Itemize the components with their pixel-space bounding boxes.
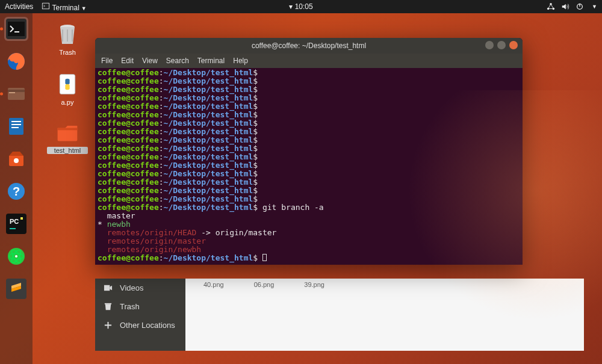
terminal-window: coffee@coffee: ~/Desktop/test_html File …	[95, 38, 523, 265]
video-icon	[104, 283, 113, 292]
svg-text:PC: PC	[10, 218, 19, 225]
folder-icon	[54, 119, 81, 146]
menu-help[interactable]: Help	[233, 57, 248, 65]
svg-rect-13	[9, 92, 15, 93]
desktop-test-html[interactable]: test_html	[47, 119, 88, 154]
dock-sublime[interactable]	[4, 277, 28, 301]
menu-file[interactable]: File	[101, 57, 113, 65]
menu-search[interactable]: Search	[166, 57, 189, 65]
sidebar-item-videos[interactable]: Videos	[95, 279, 185, 297]
file-label[interactable]: 39.png	[304, 281, 324, 288]
window-titlebar[interactable]: coffee@coffee: ~/Desktop/test_html	[95, 38, 523, 54]
dock-terminal[interactable]	[4, 17, 28, 41]
window-close-button[interactable]	[509, 41, 518, 49]
svg-rect-24	[20, 217, 23, 220]
sidebar-item-trash[interactable]: Trash	[95, 297, 185, 316]
terminal-icon	[42, 2, 50, 10]
file-label[interactable]: 40.png	[203, 281, 224, 288]
power-icon[interactable]	[576, 2, 584, 11]
svg-point-18	[14, 158, 19, 163]
svg-rect-34	[104, 285, 110, 291]
dock-software[interactable]	[4, 147, 28, 171]
window-maximize-button[interactable]	[497, 41, 506, 49]
desktop-trash[interactable]: Trash	[47, 21, 88, 56]
terminal-body[interactable]: coffee@coffee:~/Desktop/test_html$ coffe…	[95, 68, 523, 265]
desktop-icon-label: a.py	[47, 99, 88, 106]
trash-icon	[54, 21, 81, 48]
clock[interactable]: ▾ 10:05	[289, 2, 312, 11]
dock-writer[interactable]	[4, 114, 28, 138]
sidebar-item-label: Other Locations	[120, 321, 175, 330]
svg-text:?: ?	[13, 185, 20, 198]
network-icon[interactable]	[547, 2, 555, 11]
file-label[interactable]: 06.png	[254, 281, 275, 288]
dock-atom[interactable]	[4, 244, 28, 268]
plus-icon	[104, 321, 113, 330]
terminal-menubar: File Edit View Search Terminal Help	[95, 54, 523, 68]
sidebar-item-label: Videos	[120, 283, 144, 292]
desktop-icon-label: test_html	[47, 147, 88, 154]
dock: ? PC	[0, 13, 33, 364]
top-bar: Activities Terminal▼ ▾ 10:05 ▼	[0, 0, 602, 13]
svg-rect-16	[11, 124, 21, 125]
sidebar-item-other[interactable]: Other Locations	[95, 316, 185, 335]
svg-rect-15	[11, 121, 21, 122]
files-sidebar: Videos Trash Other Locations	[95, 279, 185, 351]
menu-view[interactable]: View	[142, 57, 158, 65]
volume-icon[interactable]	[561, 2, 569, 11]
sidebar-item-label: Trash	[120, 302, 140, 311]
svg-point-29	[15, 255, 17, 258]
chevron-down-icon: ▼	[592, 4, 597, 10]
svg-rect-33	[58, 128, 78, 131]
dock-pycharm[interactable]: PC	[4, 212, 28, 236]
app-menu[interactable]: Terminal▼	[42, 2, 86, 12]
window-minimize-button[interactable]	[485, 41, 494, 49]
chevron-down-icon: ▼	[81, 5, 87, 11]
svg-rect-1	[43, 3, 49, 8]
desktop-apy[interactable]: a.py	[47, 71, 88, 106]
svg-rect-35	[105, 303, 111, 304]
svg-rect-17	[11, 127, 19, 128]
window-title: coffee@coffee: ~/Desktop/test_html	[252, 42, 366, 50]
menu-edit[interactable]: Edit	[121, 57, 134, 65]
svg-rect-8	[8, 22, 25, 36]
activities-button[interactable]: Activities	[5, 2, 33, 11]
menu-terminal[interactable]: Terminal	[197, 57, 225, 65]
python-file-icon	[54, 71, 81, 97]
dock-help[interactable]: ?	[4, 179, 28, 203]
trash-icon	[104, 302, 113, 311]
files-body[interactable]: 40.png 06.png 39.png	[185, 279, 584, 351]
dock-firefox[interactable]	[4, 49, 28, 73]
svg-rect-12	[8, 90, 25, 92]
dock-files[interactable]	[4, 82, 28, 106]
desktop-icon-label: Trash	[47, 49, 88, 56]
svg-rect-14	[9, 118, 23, 135]
svg-rect-23	[10, 228, 16, 229]
